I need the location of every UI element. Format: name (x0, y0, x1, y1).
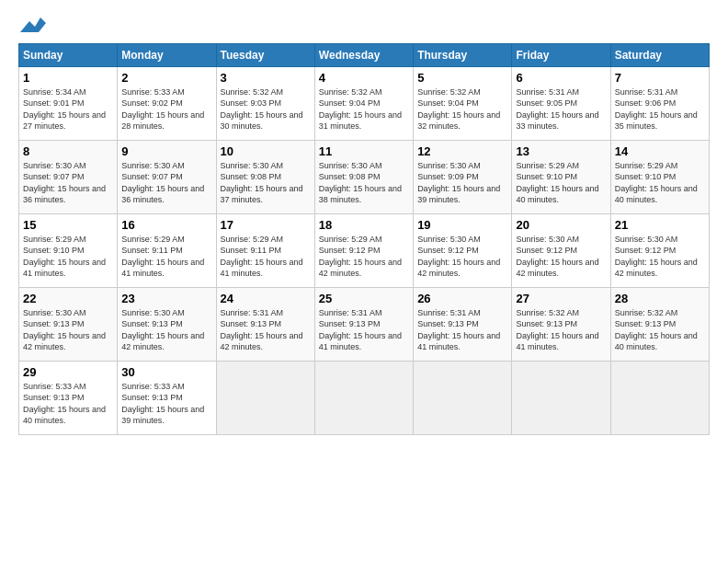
day-number: 20 (516, 218, 606, 232)
day-number: 5 (417, 71, 507, 85)
day-number: 23 (121, 292, 211, 305)
day-number: 7 (615, 71, 705, 85)
day-info: Sunrise: 5:30 AM Sunset: 9:13 PM Dayligh… (121, 308, 204, 352)
day-info: Sunrise: 5:31 AM Sunset: 9:05 PM Dayligh… (516, 87, 598, 132)
calendar-cell: 7 Sunrise: 5:31 AM Sunset: 9:06 PM Dayli… (610, 66, 709, 140)
calendar-week-2: 8 Sunrise: 5:30 AM Sunset: 9:07 PM Dayli… (19, 140, 710, 213)
calendar-cell: 21 Sunrise: 5:30 AM Sunset: 9:12 PM Dayl… (610, 213, 709, 287)
day-info: Sunrise: 5:30 AM Sunset: 9:08 PM Dayligh… (221, 161, 303, 205)
day-info: Sunrise: 5:32 AM Sunset: 9:04 PM Dayligh… (417, 87, 500, 132)
day-number: 16 (121, 218, 211, 232)
calendar-week-1: 1 Sunrise: 5:34 AM Sunset: 9:01 PM Dayli… (19, 66, 710, 140)
calendar-cell (414, 361, 512, 434)
calendar-cell: 23 Sunrise: 5:30 AM Sunset: 9:13 PM Dayl… (118, 287, 216, 361)
day-info: Sunrise: 5:29 AM Sunset: 9:10 PM Dayligh… (615, 161, 698, 205)
calendar-cell (216, 361, 314, 434)
calendar-cell: 11 Sunrise: 5:30 AM Sunset: 9:08 PM Dayl… (314, 140, 413, 213)
calendar-cell: 28 Sunrise: 5:32 AM Sunset: 9:13 PM Dayl… (610, 287, 709, 361)
day-info: Sunrise: 5:29 AM Sunset: 9:10 PM Dayligh… (23, 235, 106, 279)
calendar-cell (314, 361, 413, 434)
day-number: 26 (417, 292, 507, 305)
day-info: Sunrise: 5:30 AM Sunset: 9:07 PM Dayligh… (23, 161, 106, 205)
day-number: 10 (221, 144, 311, 158)
day-info: Sunrise: 5:31 AM Sunset: 9:13 PM Dayligh… (221, 308, 303, 352)
day-number: 11 (319, 144, 409, 158)
calendar-cell: 25 Sunrise: 5:31 AM Sunset: 9:13 PM Dayl… (314, 287, 413, 361)
day-number: 25 (319, 292, 409, 305)
day-info: Sunrise: 5:31 AM Sunset: 9:13 PM Dayligh… (417, 308, 500, 352)
calendar-cell (610, 361, 709, 434)
calendar-cell: 17 Sunrise: 5:29 AM Sunset: 9:11 PM Dayl… (216, 213, 314, 287)
day-info: Sunrise: 5:31 AM Sunset: 9:06 PM Dayligh… (615, 87, 698, 132)
logo-text (18, 15, 46, 34)
header-saturday: Saturday (610, 43, 709, 66)
day-info: Sunrise: 5:32 AM Sunset: 9:04 PM Dayligh… (319, 87, 402, 132)
day-info: Sunrise: 5:32 AM Sunset: 9:13 PM Dayligh… (516, 308, 598, 352)
header-friday: Friday (512, 43, 610, 66)
calendar-cell: 27 Sunrise: 5:32 AM Sunset: 9:13 PM Dayl… (512, 287, 610, 361)
calendar-cell: 2 Sunrise: 5:33 AM Sunset: 9:02 PM Dayli… (118, 66, 216, 140)
day-number: 18 (319, 218, 409, 232)
day-info: Sunrise: 5:30 AM Sunset: 9:08 PM Dayligh… (319, 161, 402, 205)
calendar-page: SundayMondayTuesdayWednesdayThursdayFrid… (0, 0, 728, 563)
calendar-week-4: 22 Sunrise: 5:30 AM Sunset: 9:13 PM Dayl… (19, 287, 710, 361)
header-wednesday: Wednesday (314, 43, 413, 66)
day-info: Sunrise: 5:29 AM Sunset: 9:11 PM Dayligh… (121, 235, 204, 279)
calendar-cell: 13 Sunrise: 5:29 AM Sunset: 9:10 PM Dayl… (512, 140, 610, 213)
calendar-cell: 18 Sunrise: 5:29 AM Sunset: 9:12 PM Dayl… (314, 213, 413, 287)
calendar-cell: 29 Sunrise: 5:33 AM Sunset: 9:13 PM Dayl… (19, 361, 118, 434)
calendar-cell: 16 Sunrise: 5:29 AM Sunset: 9:11 PM Dayl… (118, 213, 216, 287)
day-number: 3 (221, 71, 311, 85)
calendar-cell: 1 Sunrise: 5:34 AM Sunset: 9:01 PM Dayli… (19, 66, 118, 140)
day-number: 4 (319, 71, 409, 85)
day-info: Sunrise: 5:32 AM Sunset: 9:03 PM Dayligh… (221, 87, 303, 132)
day-number: 28 (615, 292, 705, 305)
calendar-cell: 30 Sunrise: 5:33 AM Sunset: 9:13 PM Dayl… (118, 361, 216, 434)
day-number: 1 (23, 71, 113, 85)
day-info: Sunrise: 5:29 AM Sunset: 9:11 PM Dayligh… (221, 235, 303, 279)
day-number: 17 (221, 218, 311, 232)
day-info: Sunrise: 5:32 AM Sunset: 9:13 PM Dayligh… (615, 308, 698, 352)
day-number: 19 (417, 218, 507, 232)
calendar-cell: 22 Sunrise: 5:30 AM Sunset: 9:13 PM Dayl… (19, 287, 118, 361)
calendar-header-row: SundayMondayTuesdayWednesdayThursdayFrid… (19, 43, 710, 66)
day-number: 22 (23, 292, 113, 305)
calendar-cell: 20 Sunrise: 5:30 AM Sunset: 9:12 PM Dayl… (512, 213, 610, 287)
header-sunday: Sunday (19, 43, 118, 66)
calendar-cell: 15 Sunrise: 5:29 AM Sunset: 9:10 PM Dayl… (19, 213, 118, 287)
day-number: 6 (516, 71, 606, 85)
calendar-cell: 9 Sunrise: 5:30 AM Sunset: 9:07 PM Dayli… (118, 140, 216, 213)
header-tuesday: Tuesday (216, 43, 314, 66)
day-info: Sunrise: 5:30 AM Sunset: 9:12 PM Dayligh… (516, 235, 598, 279)
calendar-cell: 8 Sunrise: 5:30 AM Sunset: 9:07 PM Dayli… (19, 140, 118, 213)
day-number: 13 (516, 144, 606, 158)
day-info: Sunrise: 5:29 AM Sunset: 9:12 PM Dayligh… (319, 235, 402, 279)
day-number: 8 (23, 144, 113, 158)
day-number: 2 (121, 71, 211, 85)
day-info: Sunrise: 5:30 AM Sunset: 9:12 PM Dayligh… (417, 235, 500, 279)
logo (18, 15, 46, 34)
logo-bird-icon (20, 16, 46, 34)
calendar-cell: 3 Sunrise: 5:32 AM Sunset: 9:03 PM Dayli… (216, 66, 314, 140)
day-number: 12 (417, 144, 507, 158)
day-info: Sunrise: 5:30 AM Sunset: 9:09 PM Dayligh… (417, 161, 500, 205)
day-number: 21 (615, 218, 705, 232)
header-thursday: Thursday (414, 43, 512, 66)
day-info: Sunrise: 5:33 AM Sunset: 9:13 PM Dayligh… (23, 382, 106, 426)
calendar-cell: 26 Sunrise: 5:31 AM Sunset: 9:13 PM Dayl… (414, 287, 512, 361)
header-monday: Monday (118, 43, 216, 66)
day-info: Sunrise: 5:29 AM Sunset: 9:10 PM Dayligh… (516, 161, 598, 205)
calendar-cell (512, 361, 610, 434)
day-number: 9 (121, 144, 211, 158)
calendar-week-3: 15 Sunrise: 5:29 AM Sunset: 9:10 PM Dayl… (19, 213, 710, 287)
day-info: Sunrise: 5:30 AM Sunset: 9:13 PM Dayligh… (23, 308, 106, 352)
day-number: 24 (221, 292, 311, 305)
calendar-cell: 4 Sunrise: 5:32 AM Sunset: 9:04 PM Dayli… (314, 66, 413, 140)
calendar-cell: 5 Sunrise: 5:32 AM Sunset: 9:04 PM Dayli… (414, 66, 512, 140)
svg-marker-0 (20, 17, 46, 32)
day-number: 27 (516, 292, 606, 305)
calendar-cell: 12 Sunrise: 5:30 AM Sunset: 9:09 PM Dayl… (414, 140, 512, 213)
day-info: Sunrise: 5:33 AM Sunset: 9:02 PM Dayligh… (121, 87, 204, 132)
calendar-cell: 19 Sunrise: 5:30 AM Sunset: 9:12 PM Dayl… (414, 213, 512, 287)
calendar-cell: 24 Sunrise: 5:31 AM Sunset: 9:13 PM Dayl… (216, 287, 314, 361)
